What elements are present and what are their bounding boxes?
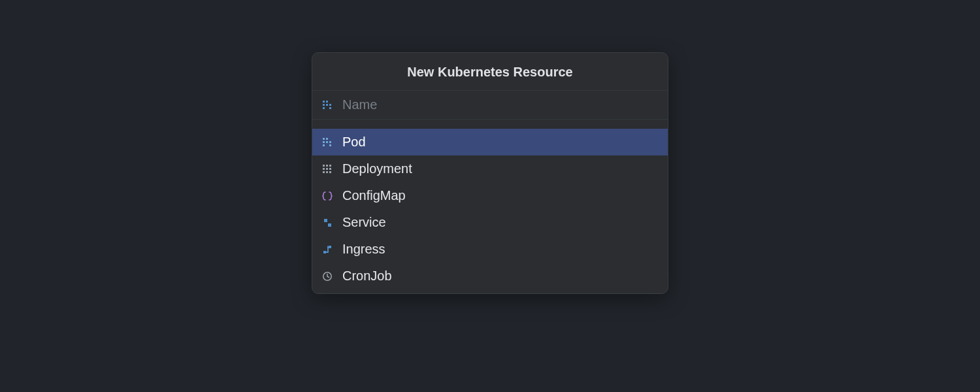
grid-icon [321, 99, 333, 111]
svg-rect-0 [323, 101, 325, 103]
svg-rect-2 [323, 104, 325, 106]
list-item-configmap[interactable]: ConfigMap [312, 182, 668, 209]
svg-rect-20 [323, 171, 325, 173]
dialog-title: New Kubernetes Resource [312, 53, 668, 91]
list-item-label: Deployment [342, 161, 412, 176]
list-item-label: ConfigMap [342, 188, 406, 203]
list-item-deployment[interactable]: Deployment [312, 155, 668, 182]
list-item-label: CronJob [342, 269, 392, 284]
svg-rect-18 [326, 168, 328, 170]
list-item-ingress[interactable]: Ingress [312, 236, 668, 263]
list-item-cronjob[interactable]: CronJob [312, 263, 668, 289]
name-input-row [312, 91, 668, 120]
list-item-label: Ingress [342, 242, 385, 257]
svg-rect-3 [326, 104, 328, 106]
svg-rect-22 [329, 171, 331, 173]
svg-rect-25 [323, 251, 326, 253]
svg-rect-23 [324, 219, 327, 222]
list-item-pod[interactable]: Pod [312, 129, 668, 155]
svg-rect-24 [328, 223, 331, 227]
svg-rect-13 [329, 144, 331, 146]
resource-list: Pod Deployment [312, 120, 668, 293]
svg-rect-19 [329, 168, 331, 170]
list-item-label: Pod [342, 135, 366, 150]
svg-rect-7 [323, 138, 325, 140]
new-kubernetes-resource-dialog: New Kubernetes Resource [312, 52, 668, 294]
svg-rect-12 [323, 144, 325, 146]
svg-rect-21 [326, 171, 328, 173]
svg-rect-5 [323, 107, 325, 109]
list-item-service[interactable]: Service [312, 209, 668, 236]
configmap-icon [321, 190, 333, 202]
ingress-icon [321, 244, 333, 255]
svg-rect-1 [326, 101, 328, 103]
name-input[interactable] [342, 97, 659, 112]
pod-icon [321, 137, 333, 148]
svg-rect-9 [323, 141, 325, 143]
service-icon [321, 217, 333, 229]
svg-rect-4 [329, 104, 331, 106]
svg-rect-10 [326, 141, 328, 143]
svg-rect-8 [326, 138, 328, 140]
svg-rect-6 [329, 107, 331, 109]
svg-rect-17 [323, 168, 325, 170]
list-item-label: Service [342, 215, 386, 230]
svg-rect-14 [323, 165, 325, 167]
svg-rect-16 [329, 165, 331, 167]
deployment-icon [321, 163, 333, 175]
cronjob-icon [321, 270, 333, 282]
svg-rect-11 [329, 141, 331, 143]
svg-rect-15 [326, 165, 328, 167]
